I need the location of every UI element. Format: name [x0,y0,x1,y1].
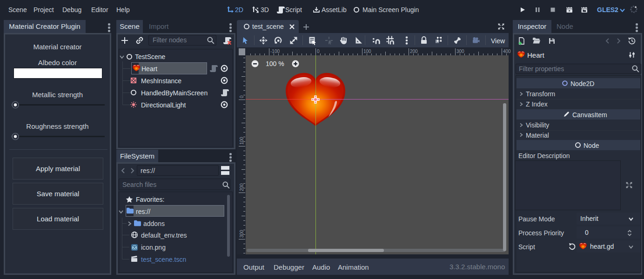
svg-text:200: 200 [239,183,244,191]
svg-text:-100: -100 [270,49,280,54]
svg-text:0: 0 [317,49,320,54]
svg-text:300: 300 [239,230,244,238]
svg-text:300: 300 [456,49,464,54]
svg-text:200: 200 [410,49,418,54]
svg-text:400: 400 [503,49,511,54]
svg-text:0: 0 [239,95,244,98]
svg-text:100: 100 [363,49,371,54]
svg-text:100: 100 [239,137,244,145]
